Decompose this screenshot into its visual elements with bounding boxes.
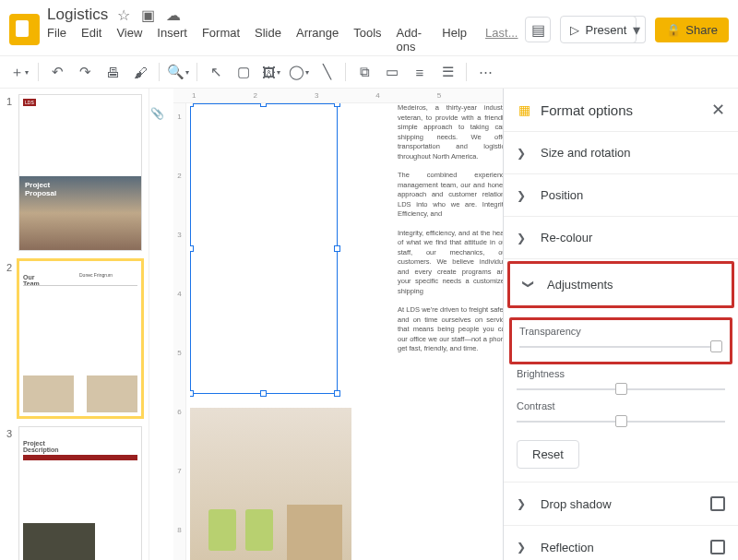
panel-title: Format options (541, 102, 633, 118)
menu-edit[interactable]: Edit (81, 26, 101, 54)
brightness-slider[interactable] (517, 382, 725, 397)
format-panel: ▦ Format options ✕ ❯ Size and rotation ❯… (503, 89, 738, 560)
recolour-section[interactable]: ❯ Re-colour (504, 217, 738, 258)
slide-number: 2 (4, 260, 15, 273)
attach-icon[interactable]: 📎 (149, 89, 164, 560)
chevron-right-icon: ❯ (517, 189, 528, 202)
paint-format-button[interactable]: 🖌 (128, 60, 152, 84)
chevron-right-icon: ❯ (517, 497, 528, 510)
close-panel-button[interactable]: ✕ (711, 100, 725, 120)
transparency-slider[interactable] (519, 340, 722, 354)
slide-text: Medeiros, a thirty-year industry veteran… (398, 103, 503, 363)
slide-thumb-1[interactable]: LDS Project Proposal (18, 94, 142, 251)
print-button[interactable]: 🖶 (101, 60, 125, 84)
brightness-label: Brightness (517, 368, 725, 379)
ruler-vertical: 12345678910 (173, 103, 186, 560)
menu-tools[interactable]: Tools (353, 26, 381, 54)
reflection-section[interactable]: ❯ Reflection (504, 526, 738, 560)
slide-number: 1 (4, 94, 15, 107)
menu-slide[interactable]: Slide (255, 26, 281, 54)
menu-arrange[interactable]: Arrange (296, 26, 339, 54)
menu-insert[interactable]: Insert (157, 26, 187, 54)
chevron-right-icon: ❯ (517, 232, 528, 244)
move-icon[interactable]: ▣ (141, 6, 155, 24)
selected-image-frame[interactable] (190, 103, 338, 394)
border-color[interactable]: ≡ (408, 60, 432, 84)
chevron-right-icon: ❯ (517, 147, 528, 160)
size-rotation-section[interactable]: ❯ Size and rotation (504, 132, 738, 173)
drop-shadow-section[interactable]: ❯ Drop shadow (504, 483, 738, 525)
more-button[interactable]: ⋯ (473, 60, 497, 84)
line-tool[interactable]: ╲ (315, 60, 339, 84)
image-tool[interactable]: 🖼▾ (259, 60, 283, 84)
format-options-icon: ▦ (517, 102, 531, 117)
toolbar: ＋▾ ↶ ↷ 🖶 🖌 🔍▾ ↖ ▢ 🖼▾ ◯▾ ╲ ⧉ ▭ ≡ ☰ ⋯ (0, 55, 738, 89)
ruler-horizontal: 12345 (173, 89, 503, 103)
star-icon[interactable]: ☆ (117, 6, 130, 24)
slides-logo[interactable] (9, 14, 40, 45)
reset-button[interactable]: Reset (517, 440, 579, 469)
menu-addons[interactable]: Add-ons (397, 26, 428, 54)
chevron-right-icon: ❯ (517, 541, 528, 554)
contrast-label: Contrast (517, 400, 725, 411)
menu-help[interactable]: Help (442, 26, 467, 54)
slide-image[interactable] (190, 408, 351, 560)
undo-button[interactable]: ↶ (45, 60, 69, 84)
present-button[interactable]: ▷Present (560, 16, 637, 43)
slide-thumb-2[interactable]: Our Team Donec Fringrum (18, 260, 142, 417)
share-button[interactable]: 🔒Share (655, 18, 729, 42)
position-section[interactable]: ❯ Position (504, 174, 738, 216)
drop-shadow-checkbox[interactable] (710, 496, 725, 511)
doc-title[interactable]: Logistics (47, 6, 108, 24)
menu-format[interactable]: Format (202, 26, 240, 54)
new-slide-button[interactable]: ＋▾ (7, 60, 31, 84)
cloud-icon[interactable]: ☁ (166, 6, 181, 24)
select-tool[interactable]: ↖ (204, 60, 228, 84)
transparency-label: Transparency (519, 326, 722, 337)
zoom-button[interactable]: 🔍▾ (166, 60, 190, 84)
present-dropdown[interactable]: ▾ (627, 16, 646, 43)
slide-number: 3 (4, 426, 15, 439)
adjustments-section[interactable]: ❯ Adjustments (510, 264, 732, 305)
reflection-checkbox[interactable] (710, 540, 725, 554)
textbox-tool[interactable]: ▢ (232, 60, 256, 84)
canvas[interactable]: 12345 12345678910 Medeiros, a th (164, 89, 503, 560)
last-edit[interactable]: Last... (485, 26, 518, 54)
mask-tool[interactable]: ▭ (380, 60, 404, 84)
slide-thumb-3[interactable]: Project Description (18, 426, 142, 560)
border-weight[interactable]: ☰ (435, 60, 459, 84)
menu-file[interactable]: File (47, 26, 66, 54)
comments-button[interactable]: ▤ (525, 17, 551, 42)
menu-view[interactable]: View (116, 26, 142, 54)
contrast-slider[interactable] (517, 414, 725, 429)
crop-tool[interactable]: ⧉ (352, 60, 376, 84)
shape-tool[interactable]: ◯▾ (287, 60, 311, 84)
filmstrip: 1 LDS Project Proposal 2 Our Team Donec … (0, 89, 149, 560)
chevron-down-icon: ❯ (522, 280, 535, 291)
redo-button[interactable]: ↷ (73, 60, 97, 84)
